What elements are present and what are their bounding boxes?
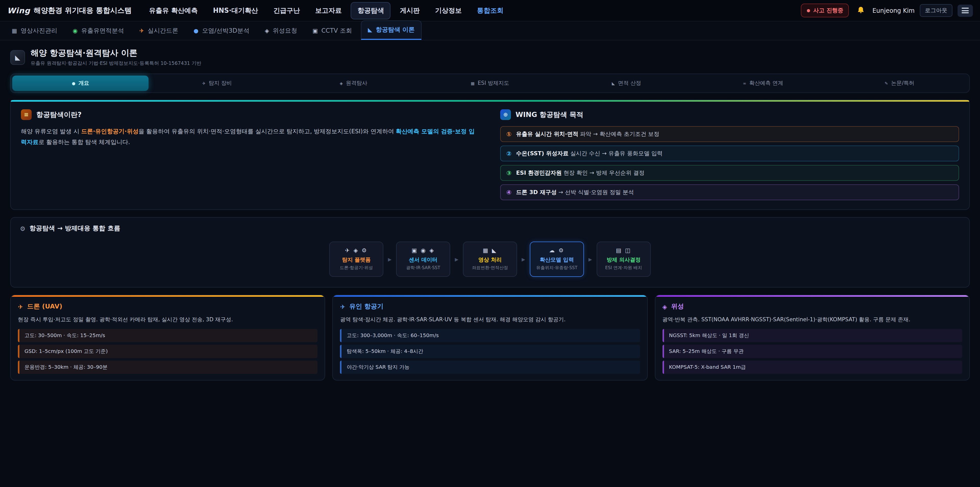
platform-cards: ✈ 드론 (UAV) 현장 즉시 투입·저고도 정밀 촬영. 광학·적외선 카메…	[10, 295, 970, 380]
ruler-icon: ◣	[612, 81, 615, 86]
subtab-image-management[interactable]: ▦ 영상사진관리	[5, 22, 64, 40]
what-is-aerial-search-section: ≡ 항공탐색이란? 해양 유류오염 발생 시 드론·유인항공기·위성을 활용하여…	[21, 109, 480, 200]
platform-desc: 광역·반복 관측. SST(NOAA AVHRR·NGSST)·SAR(Sent…	[662, 315, 962, 324]
nav-hns-dispersion[interactable]: HNS·대기확산	[207, 2, 264, 19]
logout-button[interactable]: 로그아웃	[920, 4, 953, 17]
hamburger-bars	[962, 6, 969, 14]
item-number: ①	[506, 131, 511, 138]
purpose-item: ① 유출유 실시간 위치·면적 파악 → 확산예측 초기조건 보정	[500, 126, 959, 142]
spec-row: KOMPSAT-5: X-band SAR 1m급	[662, 361, 962, 374]
plane-icon: ✈	[202, 81, 205, 86]
subtab-label: 오염/선박3D분석	[202, 27, 250, 35]
step-subtitle: 광학·IR·SAR·SST	[400, 265, 447, 271]
flow-step-platforms: ✈ ◈ ⚙ 탐지 플랫폼 드론·항공기·위성	[329, 241, 383, 277]
tab-esi-map[interactable]: ▦ ESI 방제지도	[422, 76, 558, 91]
step-subtitle: 드론·항공기·위성	[333, 265, 380, 271]
purpose-item: ③ ESI 환경민감자원 현장 확인 → 방제 우선순위 결정	[500, 165, 959, 181]
tab-label: ESI 방제지도	[478, 80, 509, 87]
arrow-icon: ▶	[388, 257, 391, 262]
flow-step-sensor-data: ▣ ◉ ◈ 센서 데이터 광학·IR·SAR·SST	[396, 241, 450, 277]
spec-row: 탐색폭: 5–50km · 체공: 4–8시간	[340, 345, 640, 358]
platform-desc: 현장 즉시 투입·저고도 정밀 촬영. 광학·적외선 카메라 탑재, 실시간 영…	[18, 315, 318, 324]
decision-icons: ▤ ◫	[600, 247, 647, 254]
nav-aerial-search[interactable]: 항공탐색	[351, 2, 391, 19]
arrow-icon: ▶	[522, 257, 525, 262]
incident-badge-label: 사고 진행중	[813, 6, 843, 14]
step-subtitle: 유출위치·유종량·SST	[533, 265, 580, 271]
satellite-icon: ◈	[265, 27, 269, 34]
step-subtitle: 좌표변환·면적산정	[466, 265, 514, 271]
page-header: ◣ 해양 항공탐색·원격탐사 이론 유출유 원격탐지·항공감시 기법·ESI 방…	[0, 40, 980, 72]
subtab-label: 항공탐색 이론	[375, 26, 414, 34]
item-number: ④	[506, 189, 511, 196]
nav-emergency-rescue[interactable]: 긴급구난	[267, 2, 306, 19]
tab-forecast-link[interactable]: ∞ 확산예측 연계	[695, 76, 831, 91]
item-text: 유출유 실시간 위치·면적 파악 → 확산예측 초기조건 보정	[516, 130, 659, 138]
processing-icons: ▦ ◣	[466, 247, 514, 254]
page-subtitle: 유출유 원격탐지·항공감시 기법·ESI 방제정보지도·등록특허 10-1567…	[30, 60, 201, 67]
tab-area-calculation[interactable]: ◣ 면적 산정	[558, 76, 695, 91]
subtab-oil-area-analysis[interactable]: ◉ 유출유면적분석	[66, 22, 130, 40]
tab-detection-equipment[interactable]: ✈ 탐지 장비	[149, 76, 285, 91]
spec-row: SAR: 5–25m 해상도 · 구름 무관	[662, 345, 962, 358]
image-icon: ▦	[12, 27, 17, 34]
pencil-icon: ✎	[885, 81, 888, 86]
page-title: 해양 항공탐색·원격탐사 이론	[30, 48, 201, 59]
tab-label: 면적 산정	[618, 80, 641, 87]
section-title: WING 항공탐색 목적	[515, 110, 583, 119]
spec-row: 운용반경: 5–30km · 체공: 30–90분	[18, 361, 318, 374]
subtab-realtime-drone[interactable]: ✈ 실시간드론	[133, 22, 185, 40]
step-title: 확산모델 입력	[533, 256, 580, 263]
subtab-cctv[interactable]: ▣ CCTV 조회	[306, 22, 359, 40]
ruler-icon: ◣	[368, 27, 372, 33]
tab-overview[interactable]: ● 개요	[12, 76, 149, 91]
platform-card-manned-aircraft: ✈ 유인 항공기 광역 탐색·장시간 체공. 광학·IR·SAR·SLAR·UV…	[332, 295, 648, 380]
subtab-aerial-theory[interactable]: ◣ 항공탐색 이론	[361, 21, 422, 40]
section-tabs: ● 개요 ✈ 탐지 장비 ◈ 원격탐사 ▦ ESI 방제지도 ◣ 면적 산정 ∞…	[10, 73, 970, 93]
tab-remote-sensing[interactable]: ◈ 원격탐사	[285, 76, 422, 91]
nav-board[interactable]: 게시판	[394, 2, 426, 19]
page-icon: ◣	[10, 50, 25, 65]
purpose-item: ④ 드론 3D 재구성 → 선박 식별·오염원 정밀 분석	[500, 184, 959, 200]
item-text: 수온(SST) 위성자료 실시간 수신 → 유출유 풍화모델 입력	[516, 150, 662, 157]
platform-title: 드론 (UAV)	[27, 302, 62, 311]
brand[interactable]: Wing 해양환경 위기대응 통합시스템	[7, 6, 132, 15]
nav-integrated-search[interactable]: 통합조회	[471, 2, 510, 19]
link-icon: ∞	[743, 81, 746, 86]
arrow-icon: ▶	[455, 257, 458, 262]
hamburger-menu-icon[interactable]	[958, 4, 973, 17]
purpose-item: ② 수온(SST) 위성자료 실시간 수신 → 유출유 풍화모델 입력	[500, 145, 959, 161]
item-text: 드론 3D 재구성 → 선박 식별·오염원 정밀 분석	[516, 188, 634, 196]
step-title: 영상 처리	[466, 256, 514, 263]
incident-status-badge[interactable]: ● 사고 진행중	[801, 3, 849, 18]
subtab-satellite-request[interactable]: ◈ 위성요청	[258, 22, 304, 40]
sub-nav: ▦ 영상사진관리 ◉ 유출유면적분석 ✈ 실시간드론 ● 오염/선박3D분석 ◈…	[0, 21, 980, 40]
subtab-label: CCTV 조회	[321, 27, 352, 35]
satellite-icon: ◈	[662, 303, 667, 310]
nav-weather[interactable]: 기상정보	[429, 2, 468, 19]
app-root: Wing 해양환경 위기대응 통합시스템 유출유 확산예측 HNS·대기확산 긴…	[0, 0, 980, 487]
section-title: 항공탐색이란?	[36, 110, 82, 119]
platform-card-satellite: ◈ 위성 광역·반복 관측. SST(NOAA AVHRR·NGSST)·SAR…	[655, 295, 970, 380]
tab-papers-patents[interactable]: ✎ 논문/특허	[831, 76, 968, 91]
nav-reports[interactable]: 보고자료	[309, 2, 348, 19]
flow-diagram: ✈ ◈ ⚙ 탐지 플랫폼 드론·항공기·위성 ▶ ▣ ◉ ◈ 센서 데이터 광학…	[20, 241, 960, 277]
drone-icon: ✈	[139, 27, 144, 34]
tab-label: 개요	[78, 80, 89, 87]
flow-title: 항공탐색 → 방제대응 통합 흐름	[30, 224, 121, 233]
nav-oil-spill-forecast[interactable]: 유출유 확산예측	[143, 2, 204, 19]
chat-icon: ●	[72, 81, 75, 86]
flow-step-model-input: ☁ ⚙ 확산모델 입력 유출위치·유종량·SST	[530, 241, 584, 277]
drone-icon: ✈	[18, 303, 23, 310]
logo-icon: Wing	[7, 6, 30, 15]
flow-card: ⚙ 항공탐색 → 방제대응 통합 흐름 ✈ ◈ ⚙ 탐지 플랫폼 드론·항공기·…	[10, 217, 970, 287]
purpose-list: ① 유출유 실시간 위치·면적 파악 → 확산예측 초기조건 보정 ② 수온(S…	[500, 126, 959, 200]
droplet-icon: ●	[193, 27, 198, 34]
platform-icons: ✈ ◈ ⚙	[333, 247, 380, 254]
subtab-label: 실시간드론	[148, 27, 178, 35]
bell-icon[interactable]	[854, 4, 867, 17]
subtab-pollution-ship-3d[interactable]: ● 오염/선박3D분석	[187, 22, 256, 40]
arrow-icon: ▶	[589, 257, 592, 262]
item-number: ②	[506, 150, 511, 157]
main-nav: 유출유 확산예측 HNS·대기확산 긴급구난 보고자료 항공탐색 게시판 기상정…	[143, 2, 510, 19]
